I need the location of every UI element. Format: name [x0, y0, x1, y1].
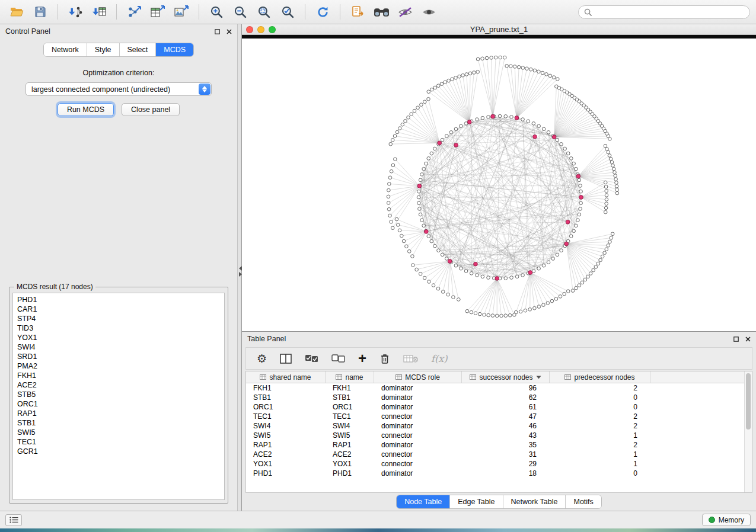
mcds-result-item[interactable]: PMA2 — [17, 361, 224, 371]
mcds-result-item[interactable]: STB1 — [17, 418, 224, 428]
close-panel-icon[interactable] — [745, 336, 751, 342]
tab-node-table[interactable]: Node Table — [397, 495, 450, 508]
tab-network-table[interactable]: Network Table — [503, 495, 566, 508]
column-header-predecessor-nodes[interactable]: predecessor nodes — [550, 371, 650, 383]
tab-edge-table[interactable]: Edge Table — [450, 495, 503, 508]
minimize-window-button[interactable] — [257, 26, 264, 33]
column-header-shared-name[interactable]: shared name — [246, 371, 326, 383]
mcds-result-item[interactable]: STP4 — [17, 314, 224, 323]
table-row[interactable]: RAP1RAP1dominator352 — [246, 440, 744, 450]
zoom-selected-button[interactable] — [277, 2, 298, 21]
tab-style[interactable]: Style — [87, 43, 120, 56]
table-row[interactable]: FKH1FKH1dominator962 — [246, 383, 744, 393]
float-panel-icon[interactable] — [733, 336, 739, 342]
mcds-result-item[interactable]: ACE2 — [17, 380, 224, 390]
function-builder-button[interactable]: f(x) — [431, 351, 447, 366]
export-table-icon — [151, 5, 165, 18]
add-column-button[interactable]: + — [358, 351, 366, 366]
mcds-result-item[interactable]: TID3 — [17, 323, 224, 333]
task-list-icon — [9, 517, 18, 523]
mcds-result-item[interactable]: PHD1 — [17, 295, 224, 305]
cell-name: SWI5 — [326, 431, 374, 440]
cell-successor-nodes: 18 — [462, 469, 550, 478]
table-settings-button[interactable]: ⚙ — [257, 351, 267, 366]
cell-predecessor-nodes: 1 — [550, 431, 650, 440]
search-network-button[interactable] — [371, 2, 392, 21]
table-row[interactable]: PHD1PHD1dominator180 — [246, 469, 744, 478]
export-image-button[interactable] — [171, 2, 192, 21]
cell-filler — [650, 402, 744, 412]
task-history-button[interactable] — [5, 514, 22, 526]
mcds-result-item[interactable]: YOX1 — [17, 333, 224, 342]
close-window-button[interactable] — [246, 26, 253, 33]
save-button[interactable] — [30, 2, 51, 21]
tab-mcds[interactable]: MCDS — [156, 43, 193, 56]
mcds-result-item[interactable]: TEC1 — [17, 437, 224, 447]
table-row[interactable]: SWI5SWI5connector431 — [246, 431, 744, 440]
select-all-columns-button[interactable] — [305, 351, 318, 366]
mcds-result-item[interactable]: FKH1 — [17, 371, 224, 380]
table-row[interactable]: STB1STB1dominator620 — [246, 393, 744, 402]
column-header-successor-nodes[interactable]: successor nodes — [462, 371, 550, 383]
hide-selected-button[interactable] — [394, 2, 416, 21]
network-window-titlebar[interactable]: YPA_prune.txt_1 — [242, 24, 756, 35]
import-table-file-button[interactable] — [88, 2, 110, 21]
eye-icon — [422, 7, 436, 17]
main-toolbar — [0, 0, 756, 24]
table-row[interactable]: YOX1YOX1connector291 — [246, 459, 744, 469]
mcds-result-item[interactable]: RAP1 — [17, 409, 224, 418]
scrollbar-thumb[interactable] — [746, 373, 751, 430]
tab-network[interactable]: Network — [44, 43, 87, 56]
column-header-name[interactable]: name — [326, 371, 374, 383]
duplicate-network-button[interactable] — [347, 2, 368, 21]
mcds-result-item[interactable]: SWI5 — [17, 428, 224, 437]
table-row[interactable]: SWI4SWI4dominator462 — [246, 421, 744, 431]
toolbar-search-input[interactable] — [595, 8, 744, 16]
clear-table-button[interactable] — [403, 351, 418, 366]
cell-name: FKH1 — [326, 383, 374, 393]
mcds-result-item[interactable]: CAR1 — [17, 305, 224, 314]
network-canvas[interactable] — [242, 35, 756, 331]
deselect-all-columns-button[interactable] — [331, 351, 345, 366]
cell-predecessor-nodes: 2 — [550, 412, 650, 421]
network-graph[interactable] — [242, 39, 756, 331]
run-mcds-button[interactable]: Run MCDS — [58, 103, 114, 116]
zoom-out-button[interactable] — [229, 2, 251, 21]
close-panel-button[interactable]: Close panel — [122, 103, 180, 116]
mcds-result-item[interactable]: ORC1 — [17, 399, 224, 409]
refresh-button[interactable] — [312, 2, 333, 21]
export-network-button[interactable] — [123, 2, 145, 21]
tab-motifs[interactable]: Motifs — [566, 495, 601, 508]
tab-select[interactable]: Select — [120, 43, 157, 56]
toolbar-search-field[interactable] — [578, 5, 750, 19]
delete-column-button[interactable] — [379, 351, 390, 366]
import-network-file-button[interactable] — [65, 2, 86, 21]
search-icon — [584, 8, 592, 16]
table-row[interactable]: ORC1ORC1dominator610 — [246, 402, 744, 412]
checked-boxes-icon — [305, 354, 318, 363]
mcds-result-item[interactable]: SWI4 — [17, 342, 224, 352]
mcds-result-item[interactable]: STB5 — [17, 390, 224, 399]
table-scrollbar[interactable] — [744, 371, 752, 492]
mcds-result-item[interactable]: GCR1 — [17, 447, 224, 456]
column-header-mcds-role[interactable]: MCDS role — [374, 371, 462, 383]
cell-predecessor-nodes: 2 — [550, 440, 650, 450]
show-all-button[interactable] — [418, 2, 439, 21]
cell-successor-nodes: 62 — [462, 393, 550, 402]
zoom-fit-button[interactable] — [253, 2, 275, 21]
memory-button[interactable]: Memory — [702, 514, 751, 526]
optimization-criterion-value: largest connected component (undirected) — [31, 85, 170, 94]
float-panel-icon[interactable] — [215, 29, 220, 34]
export-table-button[interactable] — [147, 2, 168, 21]
mcds-result-item[interactable]: SRD1 — [17, 352, 224, 361]
open-file-button[interactable] — [6, 2, 27, 21]
close-panel-icon[interactable] — [227, 29, 232, 34]
table-row[interactable]: TEC1TEC1connector472 — [246, 412, 744, 421]
zoom-in-button[interactable] — [206, 2, 227, 21]
show-columns-button[interactable] — [280, 351, 292, 366]
maximize-window-button[interactable] — [269, 26, 276, 33]
vertical-splitter[interactable] — [237, 24, 242, 511]
optimization-criterion-select[interactable]: largest connected component (undirected) — [25, 82, 212, 96]
table-row[interactable]: ACE2ACE2connector311 — [246, 450, 744, 459]
cell-name: STB1 — [326, 393, 374, 402]
